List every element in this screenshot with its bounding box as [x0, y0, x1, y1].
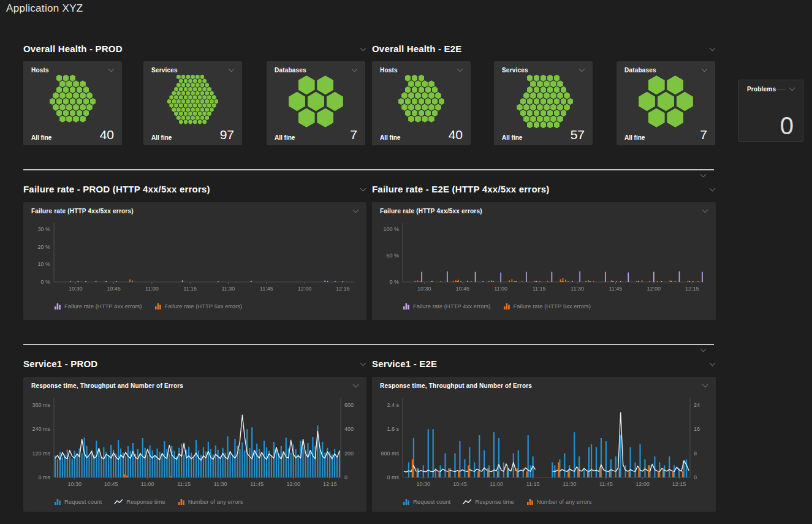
legend-item[interactable]: Number of any errors [178, 498, 243, 505]
hexagon-healthy [181, 115, 186, 120]
health-tile-databases-prod[interactable]: Databases All fine7 [267, 61, 365, 145]
legend-item[interactable]: Request count [54, 498, 102, 505]
legend-label: Failure rate (HTTP 4xx errors) [413, 303, 491, 309]
hexagon-healthy [176, 91, 181, 96]
honeycomb [276, 74, 356, 129]
legend-label: Number of any errors [537, 498, 592, 505]
hexagon-healthy [86, 92, 93, 99]
health-tile-hosts-prod[interactable]: Hosts All fine40 [23, 61, 122, 145]
hexagon-healthy [541, 86, 547, 93]
chevron-down-icon[interactable] [360, 361, 366, 367]
legend-label: Request count [64, 498, 102, 505]
hexagon-healthy [200, 91, 205, 96]
svg-text:0 %: 0 % [40, 279, 50, 285]
section-title: Failure rate - PROD (HTTP 4xx/5xx errors… [23, 184, 210, 194]
legend-label: Failure rate (HTTP 5xx errors) [514, 303, 591, 309]
chevron-down-icon[interactable] [353, 382, 359, 389]
svg-text:8: 8 [694, 450, 697, 457]
hexagon-healthy [191, 91, 195, 96]
health-tile-hosts-e2e[interactable]: Hosts All fine40 [372, 61, 471, 145]
legend-item[interactable]: Number of any errors [526, 498, 592, 505]
hexagon-healthy [214, 99, 219, 104]
hexagon-healthy [210, 99, 214, 104]
chart-tile-service-e2e[interactable]: Response time, Throughput and Number of … [372, 377, 716, 512]
hexagon-healthy [186, 91, 190, 96]
hexagon-healthy [422, 92, 428, 99]
hexagon-healthy [200, 99, 205, 104]
svg-text:10:45: 10:45 [453, 481, 467, 487]
chevron-down-icon[interactable] [710, 46, 716, 52]
section-divider [23, 344, 714, 345]
hexagon-healthy [73, 92, 79, 99]
svg-text:11:00: 11:00 [494, 286, 507, 292]
legend-label: Response time [126, 498, 165, 505]
tile-title: Services [502, 67, 528, 74]
legend-item[interactable]: Failure rate (HTTP 4xx errors) [54, 303, 142, 309]
hexagon-healthy [193, 87, 197, 92]
chevron-down-icon[interactable] [352, 67, 358, 73]
chevron-down-icon[interactable] [700, 347, 707, 353]
hexagon-healthy [59, 104, 66, 110]
health-tile-services-e2e[interactable]: Services All fine57 [494, 61, 593, 145]
chart-legend: Failure rate (HTTP 4xx errors)Failure ra… [54, 303, 242, 309]
hexagon-healthy [205, 99, 209, 104]
failure-rate-chart-e2e[interactable]: 0 %50 %100 %10:3010:4511:0011:1511:3011:… [372, 219, 716, 299]
legend-item[interactable]: Failure rate (HTTP 4xx errors) [403, 303, 491, 309]
hexagon-healthy [544, 104, 550, 110]
chart-tile-service-prod[interactable]: Response time, Throughput and Number of … [23, 377, 366, 512]
chevron-down-icon[interactable] [710, 361, 716, 367]
chevron-down-icon[interactable] [108, 67, 115, 73]
svg-text:12:00: 12:00 [647, 286, 661, 292]
hexagon-healthy [179, 103, 183, 108]
chevron-down-icon[interactable] [710, 186, 716, 192]
hexagon-healthy [534, 75, 540, 82]
svg-text:10 %: 10 % [37, 261, 50, 267]
hexagon-healthy [408, 104, 414, 110]
hexagon-healthy [202, 87, 207, 92]
chevron-down-icon[interactable] [360, 46, 366, 52]
chevron-down-icon[interactable] [579, 67, 585, 73]
chart-tile-failure-prod[interactable]: Failure rate (HTTP 4xx/5xx errors) 0 %10… [23, 202, 366, 320]
chart-tile-failure-e2e[interactable]: Failure rate (HTTP 4xx/5xx errors) 0 %50… [372, 202, 716, 320]
hexagon-healthy [174, 95, 178, 100]
hexagon-healthy [169, 95, 173, 100]
hexagon-healthy [198, 95, 202, 100]
legend-item[interactable]: Failure rate (HTTP 5xx errors) [503, 303, 591, 309]
bar-series-icon [526, 498, 534, 505]
svg-text:240 ms: 240 ms [32, 426, 50, 432]
svg-text:11:00: 11:00 [490, 481, 503, 487]
chevron-down-icon[interactable] [702, 208, 708, 214]
svg-text:11:15: 11:15 [533, 286, 546, 292]
chevron-down-icon[interactable] [353, 208, 359, 214]
legend-item[interactable]: Request count [403, 498, 450, 505]
hexagon-healthy [202, 78, 207, 83]
hexagon-healthy [541, 75, 547, 82]
chevron-down-icon[interactable] [702, 67, 708, 73]
health-tile-services-prod[interactable]: Services All fine97 [143, 61, 242, 145]
legend-item[interactable]: Response time [114, 498, 165, 505]
problems-tile[interactable]: Problems 0 [738, 80, 803, 142]
svg-text:11:45: 11:45 [260, 286, 273, 292]
chevron-down-icon[interactable] [789, 86, 795, 92]
svg-text:0 ms: 0 ms [38, 474, 50, 480]
failure-rate-chart-prod[interactable]: 0 %10 %20 %30 %10:3010:4511:0011:1511:30… [23, 219, 366, 299]
chevron-down-icon[interactable] [360, 186, 366, 192]
hexagon-healthy [408, 92, 414, 99]
svg-text:11:30: 11:30 [214, 481, 227, 487]
chevron-down-icon[interactable] [700, 172, 707, 178]
service-chart-e2e[interactable]: 0 ms800 ms1.6 s2.4 s08162410:3010:4511:0… [372, 393, 716, 495]
chevron-down-icon[interactable] [702, 382, 708, 389]
service-chart-prod[interactable]: 0 ms120 ms240 ms360 ms020040060010:3010:… [23, 393, 366, 495]
hexagon-healthy [202, 112, 207, 116]
legend-item[interactable]: Response time [463, 498, 514, 505]
chevron-down-icon[interactable] [229, 67, 235, 73]
svg-text:20 %: 20 % [37, 244, 50, 250]
health-tile-databases-e2e[interactable]: Databases All fine7 [617, 61, 715, 145]
section-title: Failure rate - E2E (HTTP 4xx/5xx errors) [372, 184, 550, 194]
hexagon-healthy [435, 104, 441, 110]
chevron-down-icon[interactable] [457, 67, 463, 73]
hexagon-healthy [77, 98, 83, 105]
hexagon-healthy [537, 80, 543, 87]
legend-item[interactable]: Failure rate (HTTP 5xx errors) [154, 303, 243, 309]
line-series-icon [463, 499, 472, 505]
